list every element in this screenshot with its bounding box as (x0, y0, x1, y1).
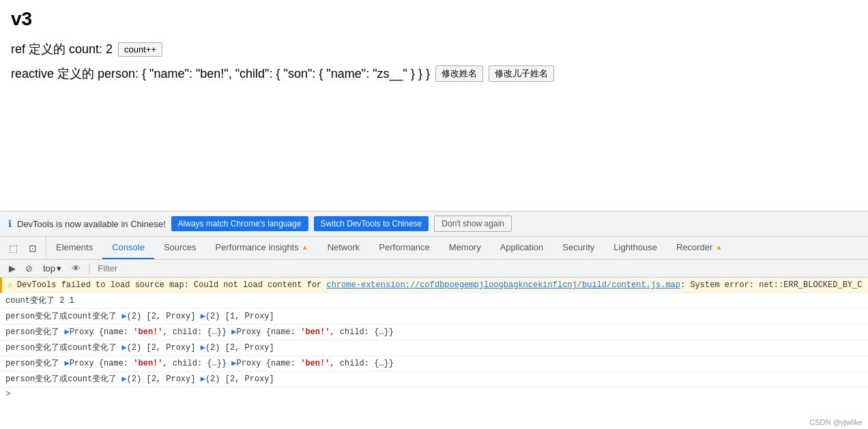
toolbar-divider: | (88, 263, 91, 275)
watermark: CSDN @yjwlike (809, 418, 863, 426)
main-content: v3 ref 定义的 count: 2 count++ reactive 定义的… (0, 0, 868, 211)
devtools-panel: ℹ DevTools is now available in Chinese! … (0, 211, 868, 429)
dont-show-again-button[interactable]: Don't show again (434, 216, 512, 232)
console-toolbar: ▶ ⊘ top ▾ 👁 | (0, 260, 868, 278)
console-line-4: person变化了或count变化了 ▶(2) [2, Proxy] ▶(2) … (0, 340, 868, 356)
execute-script-button[interactable]: ▶ (5, 261, 19, 276)
tab-icon-area: ⬚ ⊡ (0, 237, 46, 259)
warning-text: DevTools failed to load source map: Coul… (17, 279, 863, 291)
console-line-6: person变化了或count变化了 ▶(2) [2, Proxy] ▶(2) … (0, 372, 868, 387)
context-label: top (43, 263, 55, 273)
console-line-5: person变化了 ▶Proxy {name: 'ben!', child: {… (0, 356, 868, 372)
ref-line-text: ref 定义的 count: 2 (11, 41, 113, 57)
tab-memory[interactable]: Memory (439, 237, 491, 259)
tab-application[interactable]: Application (491, 237, 553, 259)
info-icon: ℹ (8, 218, 12, 229)
tab-recorder[interactable]: Recorder ▲ (667, 237, 732, 259)
tabs-list: Elements Console Sources Performance ins… (46, 237, 732, 259)
filter-input[interactable] (95, 262, 863, 275)
performance-insights-badge: ▲ (302, 243, 308, 251)
ref-line: ref 定义的 count: 2 count++ (11, 41, 857, 57)
devtools-tabs: ⬚ ⊡ Elements Console Sources Performance… (0, 237, 868, 260)
console-line-2: person变化了或count变化了 ▶(2) [2, Proxy] ▶(2) … (0, 309, 868, 325)
switch-to-chinese-button[interactable]: Switch DevTools to Chinese (314, 216, 429, 231)
tab-performance-insights[interactable]: Performance insights ▲ (206, 237, 318, 259)
reactive-line: reactive 定义的 person: { "name": "ben!", "… (11, 65, 857, 82)
reactive-line-text: reactive 定义的 person: { "name": "ben!", "… (11, 65, 430, 82)
device-toolbar-icon[interactable]: ⊡ (25, 240, 40, 256)
always-match-language-button[interactable]: Always match Chrome's language (171, 216, 308, 231)
notification-bar: ℹ DevTools is now available in Chinese! … (0, 211, 868, 237)
console-line-1: count变化了 2 1 (0, 293, 868, 309)
tab-security[interactable]: Security (553, 237, 604, 259)
recorder-badge: ▲ (715, 243, 722, 251)
context-dropdown[interactable]: top ▾ (39, 262, 66, 275)
console-line-3: person变化了 ▶Proxy {name: 'ben!', child: {… (0, 325, 868, 340)
tab-network[interactable]: Network (318, 237, 370, 259)
tab-console[interactable]: Console (102, 237, 154, 259)
warning-link[interactable]: chrome-extension://cofdbpoegempjloogbagk… (327, 280, 680, 290)
console-output[interactable]: ⚠ DevTools failed to load source map: Co… (0, 278, 868, 429)
tab-sources[interactable]: Sources (154, 237, 206, 259)
modify-child-button[interactable]: 修改儿子姓名 (489, 65, 554, 82)
console-prompt[interactable]: > (0, 387, 868, 400)
count-button[interactable]: count++ (118, 42, 162, 57)
page-title: v3 (11, 8, 857, 30)
tab-lighthouse[interactable]: Lighthouse (604, 237, 667, 259)
tab-performance[interactable]: Performance (369, 237, 439, 259)
console-warning-line: ⚠ DevTools failed to load source map: Co… (0, 278, 868, 293)
eye-button[interactable]: 👁 (68, 261, 84, 276)
block-network-button[interactable]: ⊘ (22, 261, 36, 276)
tab-elements[interactable]: Elements (46, 237, 102, 259)
notification-text: DevTools is now available in Chinese! (17, 219, 166, 229)
prompt-icon: > (5, 389, 11, 399)
warning-icon: ⚠ (8, 279, 13, 291)
inspect-element-icon[interactable]: ⬚ (5, 240, 21, 256)
modify-name-button[interactable]: 修改姓名 (435, 65, 483, 82)
dropdown-chevron-icon: ▾ (57, 263, 61, 273)
